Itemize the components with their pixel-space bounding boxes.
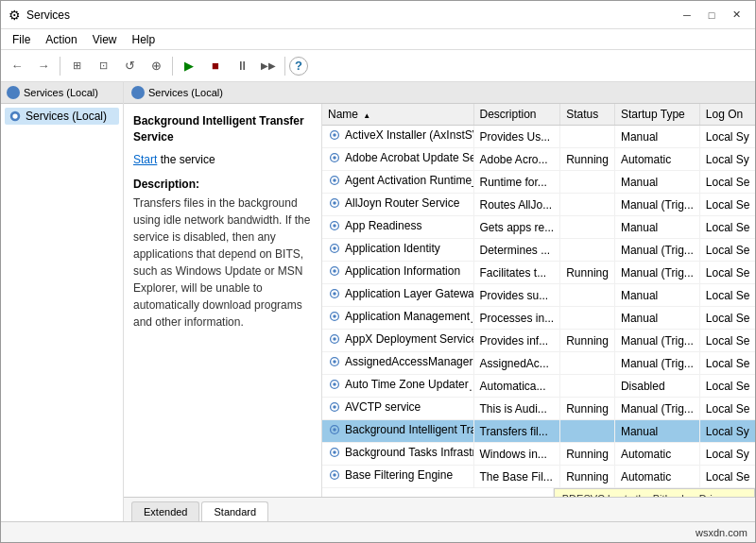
service-name: AssignedAccessManager Se... xyxy=(345,355,473,368)
close-button[interactable]: ✕ xyxy=(725,6,747,25)
refresh-button[interactable]: ↺ xyxy=(117,54,142,78)
svg-point-19 xyxy=(333,314,336,318)
service-description: Windows in... xyxy=(473,443,560,466)
service-name: AppX Deployment Service (... xyxy=(345,332,473,346)
service-startup-type: Manual xyxy=(614,307,699,330)
service-status xyxy=(560,194,615,216)
service-name: Application Layer Gateway ... xyxy=(345,287,473,300)
service-gear-icon xyxy=(328,468,341,482)
service-icon-wrap: BitLocker Drive Encryption ... xyxy=(328,497,491,498)
description-text: Transfers files in the background using … xyxy=(133,195,312,331)
table-row[interactable]: Agent Activation Runtime_... Runtime for… xyxy=(322,171,755,194)
service-icon-wrap: Background Intelligent Tra... xyxy=(328,423,473,436)
service-logon: Local Se xyxy=(699,194,755,216)
service-startup-type: Manual (Trig... xyxy=(614,239,699,262)
maximize-button[interactable]: □ xyxy=(700,6,723,25)
service-logon: Local Se xyxy=(699,216,755,239)
table-row[interactable]: Background Intelligent Tra... Transfers … xyxy=(322,420,755,443)
service-logon: Local Se xyxy=(699,330,755,352)
table-row[interactable]: Application Information Facilitates t...… xyxy=(322,262,755,284)
service-logon: Local Se xyxy=(699,398,755,420)
service-icon-wrap: ActiveX Installer (AxInstSV) xyxy=(328,128,473,142)
table-row[interactable]: BitLocker Drive Encryption ... BDESVC ho… xyxy=(322,488,755,498)
service-status: Running xyxy=(560,466,615,488)
service-description: Provides Us... xyxy=(473,126,560,148)
svg-point-1 xyxy=(12,113,17,118)
service-gear-icon xyxy=(328,174,341,187)
svg-point-9 xyxy=(333,201,336,205)
col-startup-type[interactable]: Startup Type xyxy=(614,104,699,126)
tab-standard[interactable]: Standard xyxy=(201,501,268,521)
minimize-button[interactable]: ─ xyxy=(676,6,698,25)
menu-view[interactable]: View xyxy=(85,31,125,48)
services-local-header-icon xyxy=(131,86,145,99)
service-logon: Local Se xyxy=(699,307,755,330)
table-row[interactable]: Auto Time Zone Updater Automatica... Dis… xyxy=(322,375,755,398)
svg-point-25 xyxy=(333,382,336,386)
table-row[interactable]: ActiveX Installer (AxInstSV) Provides Us… xyxy=(322,126,755,148)
service-gear-icon xyxy=(328,196,341,210)
service-description: Automatica... xyxy=(473,375,560,398)
services-table-container[interactable]: Name ▲ Description Status Startup Type L… xyxy=(322,104,755,497)
table-row[interactable]: Application Layer Gateway ... Provides s… xyxy=(322,284,755,307)
table-row[interactable]: Application Management Processes in... M… xyxy=(322,307,755,330)
pause-button[interactable]: ⏸ xyxy=(230,54,254,78)
forward-button[interactable]: → xyxy=(31,54,56,78)
svg-point-5 xyxy=(333,156,336,160)
title-controls: ─ □ ✕ xyxy=(676,6,747,25)
back-button[interactable]: ← xyxy=(5,54,29,78)
table-row[interactable]: AssignedAccessManager Se... AssignedAc..… xyxy=(322,352,755,375)
main-window: ⚙ Services ─ □ ✕ File Action View Help ←… xyxy=(0,0,756,543)
service-description: Facilitates t... xyxy=(473,262,560,284)
export-button[interactable]: ⊕ xyxy=(144,54,168,78)
start-button[interactable]: ▶ xyxy=(177,54,201,78)
table-row[interactable]: App Readiness Gets apps re... Manual Loc… xyxy=(322,216,755,239)
title-bar-left: ⚙ Services xyxy=(9,8,70,23)
right-panel: Services (Local) Background Intelligent … xyxy=(124,82,755,521)
toolbar-separator-3 xyxy=(284,57,285,76)
service-logon: Local Se xyxy=(699,375,755,398)
table-row[interactable]: Adobe Acrobat Update Serv... Adobe Acro.… xyxy=(322,148,755,171)
service-status xyxy=(560,126,615,148)
col-status[interactable]: Status xyxy=(560,104,615,126)
table-row[interactable]: AppX Deployment Service (... Provides in… xyxy=(322,330,755,352)
help-button[interactable]: ? xyxy=(289,57,308,76)
table-row[interactable]: Base Filtering Engine The Base Fil... Ru… xyxy=(322,466,755,488)
menu-help[interactable]: Help xyxy=(125,31,163,48)
service-description: Provides inf... xyxy=(473,330,560,352)
svg-point-29 xyxy=(333,428,336,432)
service-gear-icon xyxy=(328,423,341,436)
left-panel-title: Services (Local) xyxy=(24,87,98,98)
services-table: Name ▲ Description Status Startup Type L… xyxy=(322,104,755,497)
service-status: Running xyxy=(560,398,615,420)
col-description[interactable]: Description xyxy=(473,104,560,126)
service-name: Application Management xyxy=(345,310,470,323)
show-hide-button[interactable]: ⊞ xyxy=(64,54,89,78)
tree-item-services-local[interactable]: Services (Local) xyxy=(5,108,119,125)
window-title: Services xyxy=(26,8,70,22)
service-startup-type: Manual xyxy=(614,216,699,239)
menu-file[interactable]: File xyxy=(5,31,38,48)
col-name[interactable]: Name ▲ xyxy=(322,104,473,126)
stop-button[interactable]: ■ xyxy=(203,54,228,78)
bottom-tabs: Extended Standard xyxy=(124,497,755,521)
tab-extended[interactable]: Extended xyxy=(131,501,199,521)
menu-action[interactable]: Action xyxy=(38,31,84,48)
service-status xyxy=(560,239,615,262)
service-status: Running xyxy=(560,148,615,171)
col-log-on[interactable]: Log On xyxy=(699,104,755,126)
table-row[interactable]: Background Tasks Infrastruc... Windows i… xyxy=(322,443,755,466)
tree-services-icon xyxy=(9,110,22,123)
svg-point-7 xyxy=(333,178,336,182)
table-row[interactable]: AVCTP service This is Audi... Running Ma… xyxy=(322,398,755,420)
start-service-link[interactable]: Start xyxy=(133,153,157,166)
service-description: Processes in... xyxy=(473,307,560,330)
right-panel-header: Services (Local) xyxy=(124,82,755,104)
table-row[interactable]: Application Identity Determines ... Manu… xyxy=(322,239,755,262)
service-status xyxy=(560,171,615,194)
table-row[interactable]: AllJoyn Router Service Routes AllJo... M… xyxy=(322,194,755,216)
service-logon: Local Se xyxy=(699,262,755,284)
tree-button[interactable]: ⊡ xyxy=(91,54,115,78)
service-status xyxy=(560,284,615,307)
restart-button[interactable]: ▶▶ xyxy=(256,54,281,78)
